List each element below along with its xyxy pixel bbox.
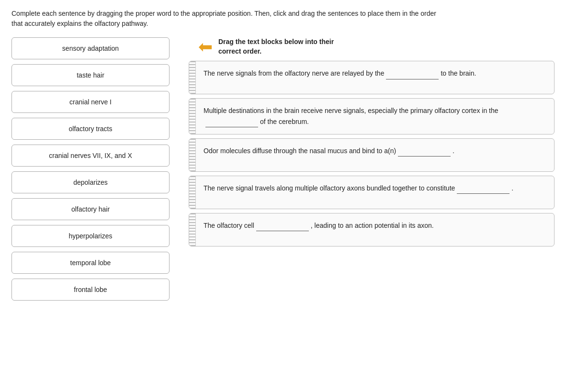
drag-instruction-text: Drag the text blocks below into their co…	[218, 37, 334, 56]
sentence-4-handle[interactable]	[189, 176, 196, 209]
sentence-3[interactable]: Odor molecules diffuse through the nasal…	[189, 138, 555, 172]
main-layout: sensory adaptationtaste haircranial nerv…	[11, 37, 555, 301]
sentences-area: The nerve signals from the olfactory ner…	[189, 61, 555, 246]
sentence-3-blank[interactable]	[398, 146, 451, 157]
sentence-2-text: Multiple destinations in the brain recei…	[196, 99, 554, 134]
sentence-3-handle[interactable]	[189, 139, 196, 171]
right-column: ⬅ Drag the text blocks below into their …	[189, 37, 555, 246]
sentence-3-text: Odor molecules diffuse through the nasal…	[196, 139, 554, 171]
drag-word-depolarizes[interactable]: depolarizes	[11, 171, 170, 193]
sentence-5[interactable]: The olfactory cell , leading to an actio…	[189, 213, 555, 246]
sentence-2-blank[interactable]	[205, 116, 258, 127]
drag-word-cranial-nerves-vii-ix-x[interactable]: cranial nerves VII, IX, and X	[11, 145, 170, 167]
sentence-2[interactable]: Multiple destinations in the brain recei…	[189, 98, 555, 134]
sentence-1[interactable]: The nerve signals from the olfactory ner…	[189, 61, 555, 94]
drag-instruction: ⬅ Drag the text blocks below into their …	[198, 37, 555, 56]
drag-word-sensory-adaptation[interactable]: sensory adaptation	[11, 37, 170, 59]
sentence-4[interactable]: The nerve signal travels along multiple …	[189, 176, 555, 209]
sentence-1-handle[interactable]	[189, 61, 196, 94]
word-bank: sensory adaptationtaste haircranial nerv…	[11, 37, 170, 301]
drag-word-hyperpolarizes[interactable]: hyperpolarizes	[11, 225, 170, 247]
instructions: Complete each sentence by dragging the p…	[11, 9, 442, 29]
drag-word-olfactory-hair[interactable]: olfactory hair	[11, 198, 170, 220]
sentence-5-handle[interactable]	[189, 213, 196, 246]
sentence-2-handle[interactable]	[189, 99, 196, 134]
sentence-4-blank[interactable]	[457, 183, 509, 194]
sentence-4-text: The nerve signal travels along multiple …	[196, 176, 554, 209]
drag-word-olfactory-tracts[interactable]: olfactory tracts	[11, 118, 170, 140]
drag-word-cranial-nerve-i[interactable]: cranial nerve I	[11, 91, 170, 113]
sentence-1-text: The nerve signals from the olfactory ner…	[196, 61, 554, 94]
drag-word-temporal-lobe[interactable]: temporal lobe	[11, 252, 170, 274]
sentence-1-blank[interactable]	[386, 68, 439, 79]
drag-word-frontal-lobe[interactable]: frontal lobe	[11, 279, 170, 301]
drag-word-taste-hair[interactable]: taste hair	[11, 64, 170, 86]
sentence-5-text: The olfactory cell , leading to an actio…	[196, 213, 554, 246]
arrow-icon: ⬅	[198, 38, 213, 56]
sentence-5-blank[interactable]	[256, 220, 309, 231]
